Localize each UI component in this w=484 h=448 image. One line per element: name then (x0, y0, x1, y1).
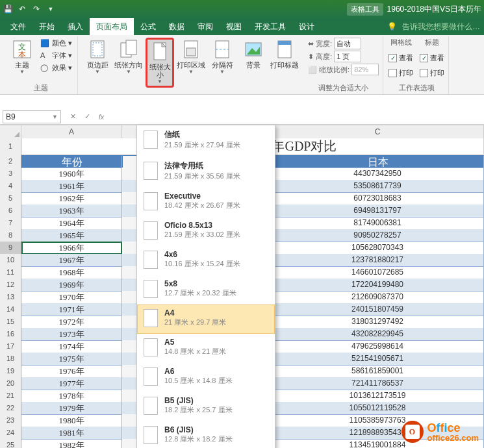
breaks-button[interactable]: 分隔符 ▼ (208, 38, 236, 76)
cell-value[interactable]: 53508617739 (272, 180, 484, 193)
row-header[interactable]: 21 (0, 390, 21, 403)
cell-year[interactable]: 1966年 (21, 242, 122, 255)
row-header[interactable]: 9 (0, 242, 21, 255)
row-header[interactable]: 3 (0, 168, 21, 180)
cell-year[interactable]: 1961年 (21, 180, 122, 193)
cell-value[interactable]: 146601072685 (272, 266, 484, 279)
paper-size-option[interactable]: B5 (JIS) 18.2 厘米 x 25.7 厘米 (137, 392, 275, 421)
cell-value[interactable]: 69498131797 (272, 205, 484, 218)
paper-size-option[interactable]: B6 (JIS) 12.8 厘米 x 18.2 厘米 (137, 421, 275, 448)
tab-data[interactable]: 数据 (162, 18, 191, 35)
scale-width-input[interactable] (334, 38, 361, 49)
theme-effects-button[interactable]: ◯效果 ▾ (39, 62, 73, 73)
chevron-down-icon[interactable]: ▼ (52, 114, 58, 120)
row-header[interactable]: 22 (0, 402, 21, 415)
cell-year[interactable]: 1974年 (21, 340, 122, 353)
cell-value[interactable]: 90950278257 (272, 229, 484, 242)
row-header[interactable]: 7 (0, 217, 21, 230)
cell-year[interactable]: 1970年 (21, 291, 122, 304)
paper-size-option[interactable]: Executive 18.42 厘米 x 26.67 厘米 (137, 188, 275, 217)
tab-developer[interactable]: 开发工具 (248, 18, 292, 35)
cell-value[interactable]: 60723018683 (272, 192, 484, 205)
enter-icon[interactable]: ✓ (82, 112, 92, 121)
cell-year[interactable]: 1978年 (21, 390, 122, 403)
cell-year[interactable]: 1963年 (21, 205, 122, 218)
themes-button[interactable]: 文本 主题 ▼ (8, 38, 36, 76)
fx-icon[interactable]: fx (96, 113, 107, 121)
select-all-corner[interactable] (0, 125, 21, 138)
print-area-button[interactable]: 打印区域 ▼ (177, 38, 205, 76)
gridlines-print-checkbox[interactable]: 打印 (388, 68, 413, 78)
cell-year[interactable]: 1973年 (21, 328, 122, 341)
gridlines-view-checkbox[interactable]: 查看 (388, 53, 413, 63)
size-button[interactable]: 纸张大小 ▼ (146, 38, 174, 88)
row-header[interactable]: 14 (0, 303, 21, 316)
orientation-button[interactable]: 纸张方向 ▼ (114, 38, 143, 76)
cell-year[interactable]: 1968年 (21, 266, 122, 279)
paper-size-option[interactable]: 4x6 10.16 厘米 x 15.24 厘米 (137, 246, 275, 275)
cell-value[interactable]: 81749006381 (272, 217, 484, 230)
row-header[interactable]: 8 (0, 229, 21, 242)
cell-year[interactable]: 1979年 (21, 402, 122, 415)
row-header[interactable]: 15 (0, 316, 21, 329)
row-header[interactable]: 19 (0, 365, 21, 378)
cell-value[interactable]: 44307342950 (272, 168, 484, 180)
paper-size-option[interactable]: 法律专用纸 21.59 厘米 x 35.56 厘米 (137, 156, 275, 188)
row-header[interactable]: 24 (0, 427, 21, 440)
cell-value[interactable]: 479625998614 (272, 340, 484, 353)
cell-value[interactable]: 318031297492 (272, 316, 484, 329)
scale-percent-input[interactable] (351, 64, 379, 75)
scale-height-input[interactable] (334, 51, 361, 62)
cell-year[interactable]: 1962年 (21, 192, 122, 205)
cell-year[interactable]: 1980年 (21, 414, 122, 427)
cell-value[interactable]: 586161859001 (272, 365, 484, 378)
headings-print-checkbox[interactable]: 打印 (420, 68, 444, 78)
redo-icon[interactable]: ↷ (31, 4, 42, 14)
row-header[interactable]: 11 (0, 266, 21, 279)
cell-year[interactable]: 1969年 (21, 279, 122, 292)
cell-value[interactable]: 240151807459 (272, 303, 484, 316)
cell-value[interactable]: 105628070343 (272, 242, 484, 255)
cell-value[interactable]: 721411786537 (272, 377, 484, 390)
tab-page-layout[interactable]: 页面布局 (90, 18, 134, 35)
row-header[interactable]: 6 (0, 205, 21, 218)
tell-me-input[interactable]: 告诉我您想要做什么… (402, 21, 480, 32)
paper-size-option[interactable]: Oficio 8.5x13 21.59 厘米 x 33.02 厘米 (137, 217, 275, 246)
theme-colors-button[interactable]: 🟦颜色 ▾ (39, 38, 73, 49)
paper-size-option[interactable]: 5x8 12.7 厘米 x 20.32 厘米 (137, 275, 275, 305)
cell-value[interactable]: 212609087370 (272, 291, 484, 304)
row-header[interactable]: 23 (0, 414, 21, 427)
cell-value[interactable]: 432082829945 (272, 328, 484, 341)
name-box[interactable]: B9 ▼ (3, 110, 61, 123)
row-header[interactable]: 25 (0, 439, 21, 448)
cell-year[interactable]: 1976年 (21, 365, 122, 378)
tab-file[interactable]: 文件 (4, 18, 32, 35)
qat-customize-icon[interactable]: ▼ (45, 4, 56, 14)
cell-value[interactable]: 521541905671 (272, 353, 484, 366)
tab-view[interactable]: 视图 (220, 18, 248, 35)
cell-year[interactable]: 1975年 (21, 353, 122, 366)
column-header-a[interactable]: A (21, 125, 122, 138)
theme-fonts-button[interactable]: A字体 ▾ (39, 50, 73, 61)
tab-home[interactable]: 开始 (32, 18, 61, 35)
column-header-c[interactable]: C (272, 125, 484, 138)
paper-size-option[interactable]: A5 14.8 厘米 x 21 厘米 (137, 334, 275, 363)
row-header[interactable]: 20 (0, 377, 21, 390)
cancel-icon[interactable]: ✕ (68, 112, 78, 121)
header-year[interactable]: 年份 (21, 155, 122, 168)
row-header[interactable]: 16 (0, 328, 21, 341)
row-header[interactable]: 5 (0, 192, 21, 205)
cell-year[interactable]: 1960年 (21, 168, 122, 180)
undo-icon[interactable]: ↶ (17, 4, 27, 14)
print-titles-button[interactable]: 打印标题 (270, 38, 299, 70)
row-header[interactable]: 13 (0, 291, 21, 304)
cell-year[interactable]: 1971年 (21, 303, 122, 316)
paper-size-option[interactable]: 信纸 21.59 厘米 x 27.94 厘米 (137, 125, 275, 156)
save-icon[interactable]: 💾 (3, 4, 13, 14)
cell-year[interactable]: 1977年 (21, 377, 122, 390)
cell-value[interactable]: 172204199480 (272, 279, 484, 292)
cell-year[interactable]: 1965年 (21, 229, 122, 242)
cell-year[interactable]: 1981年 (21, 427, 122, 440)
cell-year[interactable]: 1982年 (21, 439, 122, 448)
tab-insert[interactable]: 插入 (61, 18, 90, 35)
